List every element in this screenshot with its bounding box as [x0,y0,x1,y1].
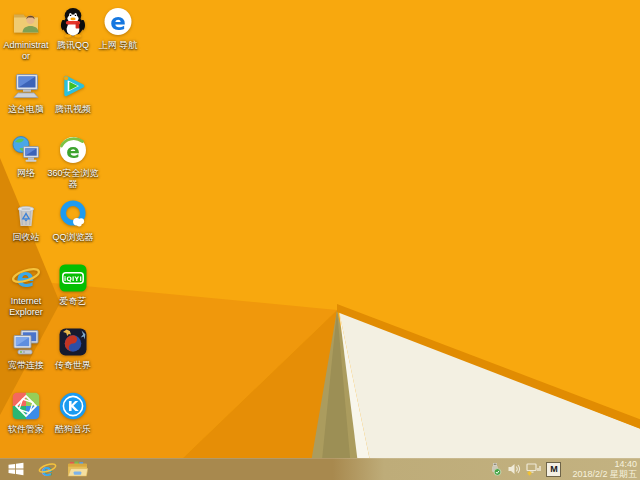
broadband-monitors-icon [10,326,42,358]
network-limited-icon[interactable] [526,458,541,480]
svg-text:K: K [68,398,79,414]
blue-e-navigation-icon: e [102,6,134,38]
qq-penguin-icon [57,6,89,38]
usb-safely-remove-icon[interactable] [488,458,502,480]
desktop-icon-label: 爱奇艺 [60,296,87,307]
start-button[interactable] [0,458,32,480]
desktop-icon-kugou-music[interactable]: K 酷狗音乐 [43,390,103,435]
file-explorer-icon [67,461,88,478]
green-e-browser-icon: e [57,134,89,166]
desktop-icon-label: 酷狗音乐 [55,424,91,435]
iqiyi-icon: iQIYI [57,262,89,294]
computer-icon [10,70,42,102]
input-method-indicator[interactable]: M [546,462,561,477]
internet-explorer-icon: e [10,262,42,294]
clock-time: 14:40 [572,459,637,469]
desktop-icon-label: 回收站 [13,232,40,243]
system-tray: M 14:40 2018/2/2 星期五 [488,458,640,480]
desktop-icon-360-safe-browser[interactable]: e 360安全浏览器 [43,134,103,190]
recycle-bin-icon [10,198,42,230]
internet-explorer-taskbar-button[interactable]: e [32,458,62,480]
desktop-icon-label: 网络 [17,168,35,179]
desktop-icon-label: 腾讯视频 [55,104,91,115]
internet-explorer-icon: e [38,460,57,479]
desktop-icon-tencent-video[interactable]: 腾讯视频 [43,70,103,115]
kugou-music-icon: K [57,390,89,422]
desktop-icon-qq-browser[interactable]: QQ浏览器 [43,198,103,243]
windows-logo-icon [8,462,24,476]
user-folder-icon [10,6,42,38]
desktop-icon-iqiyi[interactable]: iQIYI 爱奇艺 [43,262,103,307]
globe-network-icon [10,134,42,166]
desktop[interactable]: Administrator 腾讯QQ e 上网 导航 [0,0,640,480]
desktop-icon-label: 传奇世界 [55,360,91,371]
desktop-icon-label: 腾讯QQ [57,40,89,51]
desktop-icon-label: 宽带连接 [8,360,44,371]
software-manager-icon [10,390,42,422]
svg-text:e: e [66,139,80,163]
clock-date: 2018/2/2 星期五 [572,469,637,479]
desktop-icon-web-navigation[interactable]: e 上网 导航 [88,6,148,51]
desktop-icon-label: QQ浏览器 [52,232,93,243]
qq-browser-ring-cloud-icon [57,198,89,230]
desktop-icon-label: 360安全浏览器 [45,168,101,190]
desktop-icon-label: 这台电脑 [8,104,44,115]
svg-text:iQIYI: iQIYI [64,275,82,282]
play-triangle-icon [57,70,89,102]
taskbar-clock[interactable]: 14:40 2018/2/2 星期五 [566,459,637,479]
svg-text:e: e [110,9,126,35]
desktop-icon-label: 软件管家 [8,424,44,435]
desktop-icon-legend-world[interactable]: 传奇世界 [43,326,103,371]
desktop-icon-label: 上网 导航 [99,40,138,51]
legend-world-game-icon [57,326,89,358]
volume-icon[interactable] [507,458,521,480]
file-explorer-taskbar-button[interactable] [62,458,92,480]
taskbar: e [0,458,640,480]
